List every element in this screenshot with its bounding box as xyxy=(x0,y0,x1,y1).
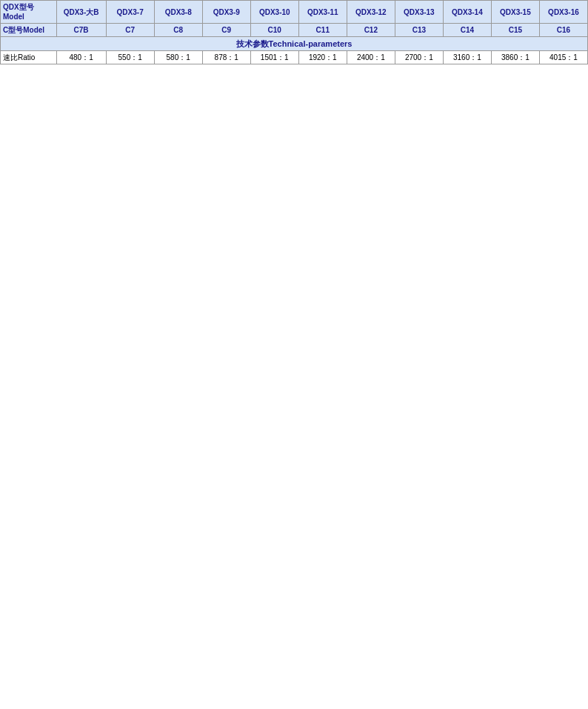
c7: C7 xyxy=(106,24,154,37)
c9: C9 xyxy=(202,24,250,37)
c12: C12 xyxy=(347,24,395,37)
table-row: 速比Ratio480：1550：1580：1878：11501：11920：12… xyxy=(1,51,588,64)
h-c10: QDX3-10 xyxy=(250,1,298,24)
h-c16: QDX3-16 xyxy=(539,1,587,24)
ratio-label: 速比Ratio xyxy=(1,51,57,64)
cell: 480：1 xyxy=(56,51,106,64)
h-c8: QDX3-8 xyxy=(154,1,202,24)
h-c7: QDX3-7 xyxy=(106,1,154,24)
h-c13: QDX3-13 xyxy=(395,1,443,24)
cell: 3160：1 xyxy=(443,51,491,64)
table-row: QDX型号ModelQDX3-大BQDX3-7QDX3-8QDX3-9QDX3-… xyxy=(1,1,588,24)
cell: 4015：1 xyxy=(539,51,587,64)
table-row: C型号ModelC7BC7C8C9C10C11C12C13C14C15C16 xyxy=(1,24,588,37)
cell: 3860：1 xyxy=(491,51,539,64)
c8: C8 xyxy=(154,24,202,37)
c10: C10 xyxy=(250,24,298,37)
h-c11: QDX3-11 xyxy=(298,1,347,24)
main-table: QDX型号ModelQDX3-大BQDX3-7QDX3-8QDX3-9QDX3-… xyxy=(0,0,588,64)
cell: 580：1 xyxy=(154,51,202,64)
cell: 878：1 xyxy=(202,51,250,64)
section-tech-params: 技术参数Technical-parameters xyxy=(1,37,588,51)
cell: 2700：1 xyxy=(395,51,443,64)
cell: 550：1 xyxy=(106,51,154,64)
h-c7b: QDX3-大B xyxy=(56,1,106,24)
h-c14: QDX3-14 xyxy=(443,1,491,24)
h-c12: QDX3-12 xyxy=(347,1,395,24)
c15: C15 xyxy=(491,24,539,37)
cmodel-header: C型号Model xyxy=(1,24,57,37)
c11: C11 xyxy=(298,24,347,37)
c7b: C7B xyxy=(56,24,106,37)
h-c15: QDX3-15 xyxy=(491,1,539,24)
c13: C13 xyxy=(395,24,443,37)
cell: 1920：1 xyxy=(298,51,347,64)
c14: C14 xyxy=(443,24,491,37)
cell: 1501：1 xyxy=(250,51,298,64)
cell: 2400：1 xyxy=(347,51,395,64)
section-tech-title: 技术参数Technical-parameters xyxy=(1,37,588,51)
c16: C16 xyxy=(539,24,587,37)
h-c9: QDX3-9 xyxy=(202,1,250,24)
model-header: QDX型号Model xyxy=(1,1,57,24)
